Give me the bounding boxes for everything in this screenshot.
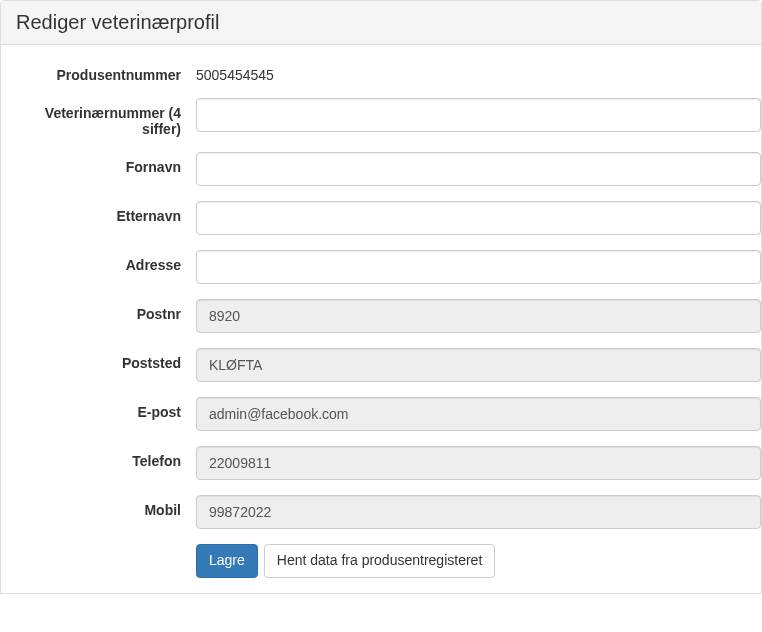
- save-button[interactable]: Lagre: [196, 544, 258, 578]
- row-postnr: Postnr: [16, 299, 761, 333]
- row-produsentnummer: Produsentnummer 5005454545: [16, 60, 761, 83]
- row-telefon: Telefon: [16, 446, 761, 480]
- label-fornavn: Fornavn: [16, 152, 196, 175]
- row-mobil: Mobil: [16, 495, 761, 529]
- panel-body: Produsentnummer 5005454545 Veterinærnumm…: [1, 45, 761, 593]
- row-etternavn: Etternavn: [16, 201, 761, 235]
- label-adresse: Adresse: [16, 250, 196, 273]
- page-title: Rediger veterinærprofil: [16, 11, 746, 34]
- fetch-from-registry-button[interactable]: Hent data fra produsentregisteret: [264, 544, 495, 578]
- value-produsentnummer: 5005454545: [196, 60, 274, 83]
- label-etternavn: Etternavn: [16, 201, 196, 224]
- row-veterinaernummer: Veterinærnummer (4 siffer): [16, 98, 761, 137]
- label-postnr: Postnr: [16, 299, 196, 322]
- row-fornavn: Fornavn: [16, 152, 761, 186]
- panel-heading: Rediger veterinærprofil: [1, 1, 761, 45]
- label-mobil: Mobil: [16, 495, 196, 518]
- label-veterinaernummer: Veterinærnummer (4 siffer): [16, 98, 196, 137]
- input-veterinaernummer[interactable]: [196, 98, 761, 132]
- row-epost: E-post: [16, 397, 761, 431]
- input-epost[interactable]: [196, 397, 761, 431]
- edit-vet-profile-panel: Rediger veterinærprofil Produsentnummer …: [0, 0, 762, 594]
- label-produsentnummer: Produsentnummer: [16, 60, 196, 83]
- label-telefon: Telefon: [16, 446, 196, 469]
- input-postnr[interactable]: [196, 299, 761, 333]
- input-adresse[interactable]: [196, 250, 761, 284]
- input-mobil[interactable]: [196, 495, 761, 529]
- input-poststed[interactable]: [196, 348, 761, 382]
- row-poststed: Poststed: [16, 348, 761, 382]
- row-adresse: Adresse: [16, 250, 761, 284]
- label-epost: E-post: [16, 397, 196, 420]
- input-telefon[interactable]: [196, 446, 761, 480]
- button-row: Lagre Hent data fra produsentregisteret: [196, 544, 761, 578]
- label-poststed: Poststed: [16, 348, 196, 371]
- input-fornavn[interactable]: [196, 152, 761, 186]
- input-etternavn[interactable]: [196, 201, 761, 235]
